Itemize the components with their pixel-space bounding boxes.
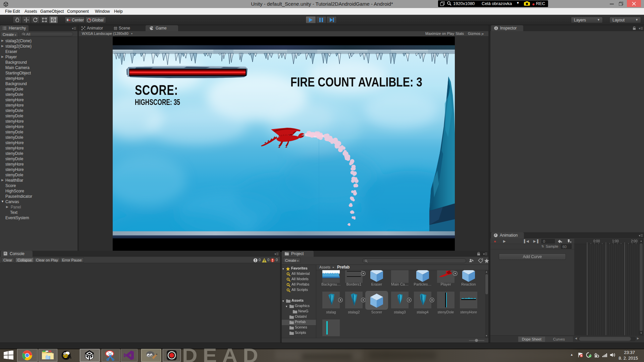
svg-text:HIGHSCORE: 35: HIGHSCORE: 35 — [135, 98, 180, 107]
svg-text:SCORE:: SCORE: — [135, 82, 178, 98]
svg-text:FIRE COUNT AVALIBLE: 3: FIRE COUNT AVALIBLE: 3 — [290, 75, 422, 89]
